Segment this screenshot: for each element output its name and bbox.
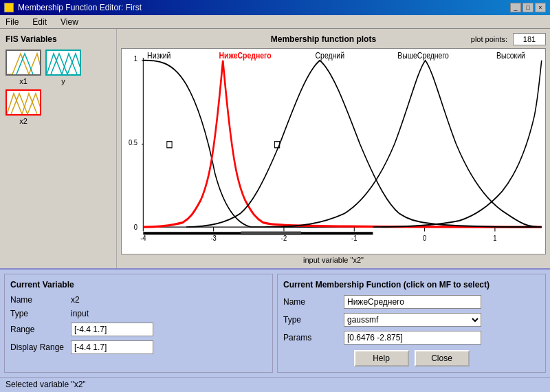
fis-var-x1-label: x1 bbox=[19, 77, 28, 85]
range-label: Range bbox=[10, 325, 65, 334]
fis-var-x2[interactable]: x2 bbox=[6, 89, 41, 125]
mf-type-label: Type bbox=[283, 315, 338, 325]
menu-view[interactable]: View bbox=[58, 17, 81, 28]
mf-params-label: Params bbox=[283, 333, 338, 342]
title-bar: Membership Function Editor: First _ □ × bbox=[0, 0, 550, 15]
mf-name-input[interactable] bbox=[344, 295, 481, 309]
fis-var-y[interactable]: y bbox=[45, 50, 81, 85]
current-variable-panel: Current Variable Name x2 Type input Rang… bbox=[4, 274, 273, 373]
svg-text:0: 0 bbox=[423, 233, 426, 242]
mf-name-label: Name bbox=[283, 297, 338, 307]
current-mf-title: Current Membership Function (click on MF… bbox=[283, 280, 540, 290]
type-value: input bbox=[71, 309, 89, 318]
window-title: Membership Function Editor: First bbox=[18, 3, 142, 12]
mf-params-row: Params bbox=[283, 331, 540, 345]
fis-variables-grid: x1 y bbox=[6, 50, 111, 125]
mf-type-select[interactable]: gaussmf trimf trapmf gbellmf sigmf bbox=[344, 313, 481, 327]
current-mf-panel: Current Membership Function (click on MF… bbox=[277, 274, 546, 373]
menu-bar: File Edit View bbox=[0, 15, 550, 29]
svg-text:Средний: Средний bbox=[316, 50, 344, 60]
svg-text:0.5: 0.5 bbox=[129, 138, 138, 146]
fis-var-x2-box[interactable] bbox=[6, 89, 41, 116]
close-button[interactable]: × bbox=[535, 3, 546, 12]
plot-points-label: plot points: bbox=[471, 35, 507, 43]
svg-text:Высокий: Высокий bbox=[496, 50, 525, 60]
mf-handle-left[interactable] bbox=[167, 142, 172, 148]
bottom-panels: Current Variable Name x2 Type input Rang… bbox=[0, 270, 550, 377]
range-row: Range bbox=[10, 323, 267, 336]
menu-file[interactable]: File bbox=[3, 17, 21, 28]
status-text: Selected variable "x2" bbox=[6, 380, 86, 389]
fis-title: FIS Variables bbox=[6, 34, 111, 44]
x-axis-label: input variable "x2" bbox=[121, 256, 546, 264]
mf-type-row: Type gaussmf trimf trapmf gbellmf sigmf bbox=[283, 313, 540, 327]
name-value: x2 bbox=[71, 295, 80, 305]
maximize-button[interactable]: □ bbox=[522, 3, 534, 12]
fis-var-y-label: y bbox=[61, 77, 65, 85]
fis-var-y-box[interactable] bbox=[45, 50, 81, 76]
menu-edit[interactable]: Edit bbox=[30, 17, 50, 28]
window-controls[interactable]: _ □ × bbox=[510, 3, 546, 12]
app-icon bbox=[4, 3, 14, 12]
display-range-input[interactable] bbox=[71, 340, 153, 354]
plot-header: Membership function plots plot points: bbox=[121, 33, 546, 45]
close-button[interactable]: Close bbox=[415, 350, 470, 367]
bottom-section: Current Variable Name x2 Type input Rang… bbox=[0, 268, 550, 392]
current-var-title: Current Variable bbox=[10, 280, 267, 290]
svg-text:0: 0 bbox=[134, 222, 138, 231]
plot-title: Membership function plots bbox=[176, 34, 471, 44]
plot-area: Membership function plots plot points: 1… bbox=[117, 29, 550, 268]
status-bar: Selected variable "x2" bbox=[0, 377, 550, 392]
range-input[interactable] bbox=[71, 323, 153, 336]
svg-text:Низкий: Низкий bbox=[147, 50, 170, 60]
plot-points-input[interactable] bbox=[513, 33, 546, 45]
fis-var-x2-label: x2 bbox=[19, 117, 28, 125]
display-range-row: Display Range bbox=[10, 340, 267, 354]
svg-text:1: 1 bbox=[134, 54, 138, 63]
mf-params-input[interactable] bbox=[344, 331, 481, 345]
minimize-button[interactable]: _ bbox=[510, 3, 521, 12]
fis-var-x1[interactable]: x1 bbox=[6, 50, 41, 85]
mf-name-row: Name bbox=[283, 295, 540, 309]
svg-text:ВышеСреднего: ВышеСреднего bbox=[397, 50, 449, 60]
name-label: Name bbox=[10, 295, 65, 305]
help-button[interactable]: Help bbox=[354, 350, 409, 367]
chart-container: 1 0.5 0 -4 -3 -2 -1 0 1 bbox=[121, 48, 546, 254]
display-range-label: Display Range bbox=[10, 342, 65, 352]
svg-text:1: 1 bbox=[493, 233, 496, 242]
type-label: Type bbox=[10, 309, 65, 318]
button-row: Help Close bbox=[283, 350, 540, 367]
fis-variables-panel: FIS Variables x1 bbox=[0, 29, 117, 268]
name-row: Name x2 bbox=[10, 295, 267, 305]
type-row: Type input bbox=[10, 309, 267, 318]
svg-text:НижеСреднего: НижеСреднего bbox=[219, 50, 272, 60]
fis-var-x1-box[interactable] bbox=[6, 50, 41, 76]
